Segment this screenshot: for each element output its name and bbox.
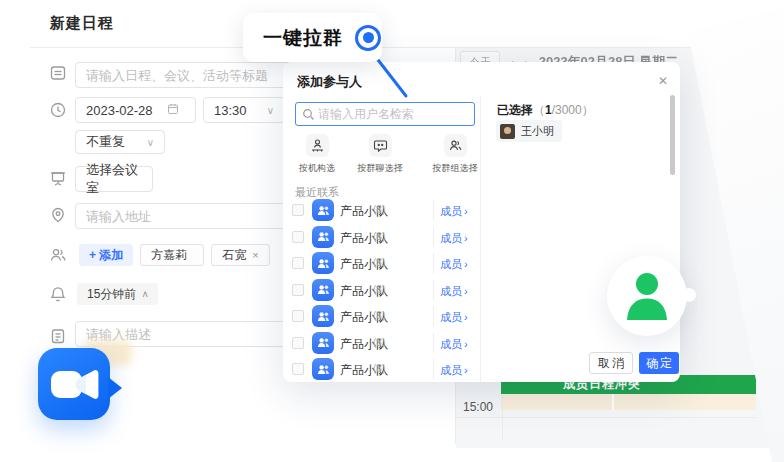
location-icon xyxy=(49,206,67,224)
checkbox[interactable] xyxy=(292,284,304,296)
category-label: 按群组选择 xyxy=(433,162,478,175)
group-avatar xyxy=(312,332,334,354)
group-people-icon xyxy=(316,229,331,244)
group-people-icon xyxy=(316,309,331,324)
mini-calendar-icon xyxy=(167,103,179,117)
close-icon[interactable]: ✕ xyxy=(658,74,668,88)
group-avatar xyxy=(312,226,334,248)
members-link[interactable]: 成员› xyxy=(440,231,468,246)
calendar-event-block xyxy=(501,394,756,410)
group-member-count: (8) xyxy=(373,257,385,268)
group-avatar xyxy=(312,199,334,221)
confirm-button[interactable]: 确定 xyxy=(639,352,679,374)
group-list-item[interactable]: 产品小队 (8) 成员› xyxy=(283,197,480,224)
start-time-value: 13:30 xyxy=(214,103,247,118)
arrow-right-icon: › xyxy=(464,338,468,350)
select-by-group-button[interactable]: 按群组选择 xyxy=(426,134,484,175)
reminder-select[interactable]: 15分钟前 ˄ xyxy=(77,283,158,305)
checkbox[interactable] xyxy=(292,363,304,375)
date-value: 2023-02-28 xyxy=(86,103,153,118)
scrollbar[interactable] xyxy=(670,95,675,175)
group-member-count: (8) xyxy=(373,363,385,374)
divider xyxy=(433,200,434,220)
members-link-label: 成员 xyxy=(440,338,462,350)
group-people-icon xyxy=(316,362,331,377)
members-link[interactable]: 成员› xyxy=(440,337,468,352)
video-camera-icon xyxy=(38,348,110,420)
members-link-label: 成员 xyxy=(440,258,462,270)
add-participant-button[interactable]: + 添加 xyxy=(79,244,133,266)
members-link-label: 成员 xyxy=(440,285,462,297)
participant-name: 石宽 xyxy=(222,247,246,264)
members-link-label: 成员 xyxy=(440,205,462,217)
group-list-item[interactable]: 产品小队 (8) 成员› xyxy=(283,330,480,357)
participants-icon xyxy=(49,246,67,264)
checkbox[interactable] xyxy=(292,204,304,216)
chat-bubble-icon xyxy=(369,134,392,157)
members-link[interactable]: 成员› xyxy=(440,284,468,299)
cancel-button[interactable]: 取消 xyxy=(589,352,633,374)
reminder-value: 15分钟前 xyxy=(87,286,136,303)
group-list-item[interactable]: 产品小队 (8) 成员› xyxy=(283,250,480,277)
members-link[interactable]: 成员› xyxy=(440,363,468,378)
participants-row: + 添加 方嘉莉 石宽 × xyxy=(79,244,277,266)
group-people-icon xyxy=(316,203,331,218)
participant-chip[interactable]: 方嘉莉 xyxy=(140,244,204,266)
group-list-item[interactable]: 产品小队 (8) 成员› xyxy=(283,356,480,382)
members-link[interactable]: 成员› xyxy=(440,204,468,219)
group-people-icon xyxy=(316,282,331,297)
group-avatar xyxy=(312,305,334,327)
group-list-item[interactable]: 产品小队 (8) 成员› xyxy=(283,303,480,330)
description-icon xyxy=(49,327,67,345)
user-avatar xyxy=(500,124,515,139)
video-app-logo xyxy=(38,348,110,420)
select-by-chat-button[interactable]: 按群聊选择 xyxy=(351,134,409,175)
group-avatar xyxy=(312,279,334,301)
arrow-right-icon: › xyxy=(464,364,468,376)
group-list-item[interactable]: 产品小队 (8) 成员› xyxy=(283,277,480,304)
repeat-select[interactable]: 不重复 ∨ xyxy=(75,130,165,154)
group-member-count: (8) xyxy=(373,231,385,242)
time-axis-label: 15:00 xyxy=(463,400,493,414)
group-avatar xyxy=(312,252,334,274)
participant-name: 方嘉莉 xyxy=(151,247,187,264)
date-field[interactable]: 2023-02-28 xyxy=(75,97,196,123)
user-search-input[interactable] xyxy=(318,103,472,125)
selected-user-chip[interactable]: 王小明 xyxy=(496,120,562,142)
checkbox[interactable] xyxy=(292,257,304,269)
group-member-count: (8) xyxy=(373,310,385,321)
clock-icon xyxy=(49,101,67,119)
checkbox[interactable] xyxy=(292,337,304,349)
category-label: 按机构选 xyxy=(299,162,335,175)
select-meeting-room-button[interactable]: 选择会议室 xyxy=(75,166,153,192)
page-title: 新建日程 xyxy=(50,14,114,33)
caret-up-icon: ˄ xyxy=(142,289,148,300)
divider xyxy=(433,306,434,326)
remove-icon[interactable]: × xyxy=(252,249,258,261)
members-link[interactable]: 成员› xyxy=(440,257,468,272)
member-avatar-bubble xyxy=(607,256,687,336)
divider xyxy=(433,333,434,353)
user-search-box xyxy=(295,102,475,126)
group-member-count: (8) xyxy=(373,284,385,295)
arrow-right-icon: › xyxy=(464,285,468,297)
person-icon xyxy=(624,271,670,321)
select-by-org-button[interactable]: 按机构选 xyxy=(293,134,341,175)
arrow-right-icon: › xyxy=(464,311,468,323)
reminder-row: 15分钟前 ˄ xyxy=(77,283,165,305)
checkbox[interactable] xyxy=(292,310,304,322)
participant-chip[interactable]: 石宽 × xyxy=(211,244,269,266)
grid-line xyxy=(456,417,756,418)
modal-title: 添加参与人 xyxy=(297,73,362,91)
selected-count-header: 已选择（1/3000） xyxy=(497,102,594,119)
chevron-down-icon: ∨ xyxy=(267,105,274,116)
start-time-field[interactable]: 13:30 ∨ xyxy=(203,97,285,123)
checkbox[interactable] xyxy=(292,231,304,243)
org-icon xyxy=(306,134,329,157)
divider xyxy=(433,359,434,379)
members-link-label: 成员 xyxy=(440,232,462,244)
divider xyxy=(433,280,434,300)
group-list-item[interactable]: 产品小队 (8) 成员› xyxy=(283,224,480,251)
category-label: 按群聊选择 xyxy=(358,162,403,175)
members-link[interactable]: 成员› xyxy=(440,310,468,325)
